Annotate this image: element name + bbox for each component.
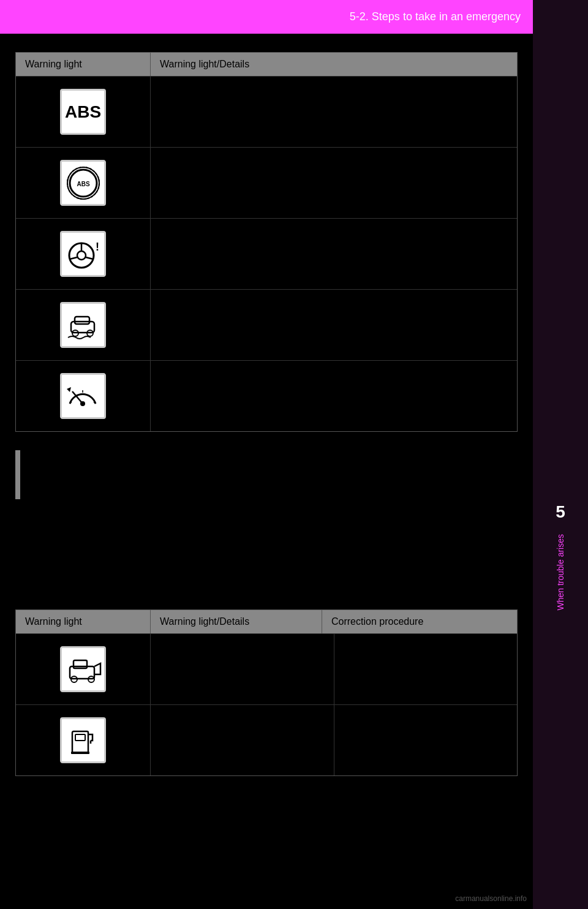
svg-line-7 xyxy=(70,257,77,259)
table-row: ABS xyxy=(16,147,517,218)
icon-cell-fuel xyxy=(16,705,151,775)
table-1-header-col2: Warning light/Details xyxy=(151,53,517,76)
table-2-header-row: Warning light Warning light/Details Corr… xyxy=(16,610,517,633)
correction-cell-fuel xyxy=(334,705,518,775)
table-2: Warning light Warning light/Details Corr… xyxy=(15,609,518,776)
svg-text:!: ! xyxy=(96,241,99,253)
icon-cell-skid xyxy=(16,290,151,360)
bottom-logo: carmanualsonline.info xyxy=(455,894,527,903)
svg-point-5 xyxy=(77,251,86,260)
details-cell-fuel xyxy=(151,705,334,775)
table-row xyxy=(16,360,517,431)
table-row xyxy=(16,289,517,360)
fuel-icon xyxy=(60,717,106,763)
details-cell-abs-text xyxy=(151,77,517,147)
door-open-icon xyxy=(60,646,106,692)
table-row xyxy=(16,633,517,704)
table-1-header-col1: Warning light xyxy=(16,53,151,76)
table-2-header-col2: Warning light/Details xyxy=(151,610,322,633)
icon-cell-speedometer xyxy=(16,361,151,431)
icon-cell-door-open xyxy=(16,634,151,704)
abs-text-icon: ABS xyxy=(60,89,106,135)
details-cell-abs-circle xyxy=(151,148,517,218)
table-2-header-col3: Correction procedure xyxy=(322,610,517,633)
icon-cell-steering: ! xyxy=(16,219,151,289)
page-title: 5-2. Steps to take in an emergency xyxy=(350,10,521,23)
table-1: Warning light Warning light/Details ABS … xyxy=(15,52,518,432)
svg-rect-11 xyxy=(75,317,89,324)
right-sidebar: 5 When trouble arises xyxy=(533,0,588,909)
black-text-area xyxy=(15,518,518,609)
table-row: ABS xyxy=(16,76,517,147)
table-2-header-col1: Warning light xyxy=(16,610,151,633)
table-1-header-row: Warning light Warning light/Details xyxy=(16,53,517,76)
skid-control-icon xyxy=(60,302,106,348)
icon-cell-abs-text: ABS xyxy=(16,77,151,147)
details-cell-skid xyxy=(151,290,517,360)
svg-rect-27 xyxy=(71,752,89,754)
svg-text:ABS: ABS xyxy=(77,181,89,187)
details-cell-steering xyxy=(151,219,517,289)
abs-circle-icon: ABS xyxy=(60,160,106,206)
svg-marker-16 xyxy=(67,387,71,392)
speedometer-icon xyxy=(60,373,106,419)
table-row: ! xyxy=(16,218,517,289)
chapter-number: 5 xyxy=(556,502,565,522)
table-row xyxy=(16,704,517,775)
details-cell-speedometer xyxy=(151,361,517,431)
section-divider xyxy=(15,450,20,499)
icon-cell-abs-circle: ABS xyxy=(16,148,151,218)
chapter-label: When trouble arises xyxy=(556,534,565,611)
details-cell-door-open xyxy=(151,634,334,704)
page-header: 5-2. Steps to take in an emergency xyxy=(0,0,533,34)
correction-cell-door-open xyxy=(334,634,518,704)
main-content: Warning light Warning light/Details ABS … xyxy=(0,34,533,909)
svg-line-8 xyxy=(86,257,93,259)
steering-warning-icon: ! xyxy=(60,231,106,277)
svg-rect-25 xyxy=(75,734,85,741)
